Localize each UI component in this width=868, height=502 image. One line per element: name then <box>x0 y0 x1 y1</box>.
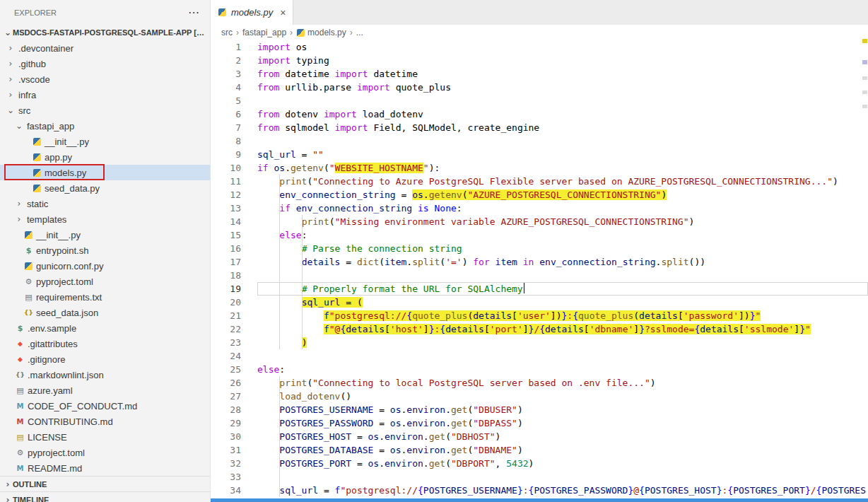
tree-item-fastapi_app[interactable]: ⌄fastapi_app <box>0 118 210 134</box>
line-content: from datetime import datetime <box>257 67 868 81</box>
code-line[interactable]: 30 POSTGRES_HOST = os.environ.get("DBHOS… <box>211 430 868 443</box>
code-line[interactable]: 6from dotenv import load_dotenv <box>211 107 868 121</box>
chevron-right-icon[interactable]: › <box>14 214 24 224</box>
code-line[interactable]: 8 <box>211 134 868 148</box>
line-content: env_connection_string = os.getenv("AZURE… <box>257 188 868 202</box>
tree-item-src[interactable]: ⌄src <box>0 103 210 118</box>
workspace-root[interactable]: ⌄ MSDOCS-FASTAPI-POSTGRESQL-SAMPLE-APP [… <box>0 25 210 40</box>
code-line[interactable]: 28 POSTGRES_USERNAME = os.environ.get("D… <box>211 403 868 416</box>
breadcrumb-item[interactable]: src <box>221 28 233 37</box>
code-line[interactable]: 2import typing <box>211 54 868 67</box>
code-line[interactable]: 10if os.getenv("WEBSITE_HOSTNAME"): <box>211 161 868 175</box>
code-line[interactable]: 27 load_dotenv() <box>211 390 868 403</box>
line-number: 28 <box>211 403 257 416</box>
tree-item-label: CODE_OF_CONDUCT.md <box>28 401 137 411</box>
code-editor[interactable]: 1import os2import typing3from datetime i… <box>211 40 868 502</box>
code-line[interactable]: 23 ) <box>211 336 868 349</box>
code-line[interactable]: 1import os <box>211 40 868 54</box>
code-line[interactable]: 26 print("Connecting to local PostgreSQL… <box>211 376 868 390</box>
tree-item-LICENSE[interactable]: ▤LICENSE <box>0 429 210 445</box>
chevron-right-icon[interactable]: › <box>6 43 16 53</box>
code-line[interactable]: 3from datetime import datetime <box>211 67 868 81</box>
line-number: 32 <box>211 457 257 470</box>
horizontal-scrollbar[interactable] <box>211 498 868 502</box>
code-line[interactable]: 34 sql_url = f"postgresql://{POSTGRES_US… <box>211 484 868 497</box>
code-line[interactable]: 7from sqlmodel import Field, SQLModel, c… <box>211 121 868 134</box>
python-file-icon <box>33 153 41 161</box>
tree-item-.markdownlint.json[interactable]: {}.markdownlint.json <box>0 367 210 383</box>
code-line[interactable]: 20 sql_url = ( <box>211 296 868 309</box>
code-line[interactable]: 21 f"postgresql://{quote_plus(details['u… <box>211 309 868 322</box>
chevron-right-icon[interactable]: › <box>6 59 16 69</box>
code-line[interactable]: 14 print("Missing environment variable A… <box>211 215 868 228</box>
code-line[interactable]: 19 # Properly format the URL for SQLAlch… <box>211 282 868 296</box>
code-line[interactable]: 22 f"@{details['host']}:{details['port']… <box>211 322 868 336</box>
tree-item-__init__.py[interactable]: __init__.py <box>0 227 210 243</box>
tree-item-seed_data.py[interactable]: seed_data.py <box>0 180 210 196</box>
tree-item-.gitattributes[interactable]: ◆.gitattributes <box>0 336 210 351</box>
code-line[interactable]: 33 <box>211 470 868 484</box>
breadcrumb-item[interactable]: models.py <box>307 28 346 37</box>
outline-section-header[interactable]: › OUTLINE <box>0 476 210 491</box>
close-icon[interactable]: × <box>280 7 286 18</box>
tree-item-requirements.txt[interactable]: ▤requirements.txt <box>0 289 210 305</box>
explorer-sidebar: EXPLORER ⋯ ⌄ MSDOCS-FASTAPI-POSTGRESQL-S… <box>0 0 211 502</box>
tab-models-py[interactable]: models.py × <box>211 0 293 25</box>
tree-item-azure.yaml[interactable]: ▤azure.yaml <box>0 383 210 398</box>
tree-item-label: .devcontainer <box>18 43 74 54</box>
tree-item-templates[interactable]: ›templates <box>0 211 210 227</box>
code-line[interactable]: 9sql_url = "" <box>211 148 868 161</box>
code-line[interactable]: 12 env_connection_string = os.getenv("AZ… <box>211 188 868 202</box>
line-number: 21 <box>211 309 257 322</box>
code-line[interactable]: 16 # Parse the connection string <box>211 242 868 255</box>
code-line[interactable]: 5 <box>211 94 868 107</box>
code-line[interactable]: 13 if env_connection_string is None: <box>211 202 868 215</box>
chevron-right-icon[interactable]: › <box>6 90 16 100</box>
code-line[interactable]: 18 <box>211 269 868 282</box>
chevron-right-icon[interactable]: › <box>14 199 24 209</box>
tree-item-.env.sample[interactable]: $.env.sample <box>0 320 210 336</box>
line-content: if os.getenv("WEBSITE_HOSTNAME"): <box>257 161 868 175</box>
code-line[interactable]: 31 POSTGRES_DATABASE = os.environ.get("D… <box>211 443 868 457</box>
tree-item-__init__.py[interactable]: __init__.py <box>0 134 210 149</box>
code-line[interactable]: 25else: <box>211 363 868 376</box>
tree-item-static[interactable]: ›static <box>0 196 210 211</box>
code-line[interactable]: 24 <box>211 349 868 363</box>
tree-item-infra[interactable]: ›infra <box>0 87 210 103</box>
chevron-right-icon[interactable]: › <box>6 74 16 84</box>
breadcrumb-item[interactable]: ... <box>356 28 363 37</box>
code-line[interactable]: 11 print("Connecting to Azure PostgreSQL… <box>211 175 868 188</box>
tree-item-pyproject.toml[interactable]: ⚙pyproject.toml <box>0 445 210 460</box>
chevron-right-icon: › <box>3 495 13 502</box>
line-content: f"postgresql://{quote_plus(details['user… <box>257 309 868 322</box>
tree-item-models.py[interactable]: models.py <box>0 165 210 180</box>
code-line[interactable]: 17 details = dict(item.split('=') for it… <box>211 255 868 269</box>
chevron-down-icon[interactable]: ⌄ <box>14 121 24 131</box>
tree-item-gunicorn.conf.py[interactable]: gunicorn.conf.py <box>0 258 210 274</box>
tree-item-pyproject.toml[interactable]: ⚙pyproject.toml <box>0 274 210 289</box>
tree-item-CONTRIBUTING.md[interactable]: MCONTRIBUTING.md <box>0 414 210 429</box>
tree-item-seed_data.json[interactable]: {}seed_data.json <box>0 305 210 320</box>
license-file-icon: ▤ <box>16 433 25 442</box>
code-line[interactable]: 4from urllib.parse import quote_plus <box>211 81 868 94</box>
tree-item-label: infra <box>18 90 36 100</box>
code-line[interactable]: 29 POSTGRES_PASSWORD = os.environ.get("D… <box>211 416 868 430</box>
tree-item-.vscode[interactable]: ›.vscode <box>0 71 210 87</box>
more-actions-icon[interactable]: ⋯ <box>188 6 200 19</box>
code-line[interactable]: 32 POSTGRES_PORT = os.environ.get("DBPOR… <box>211 457 868 470</box>
tree-item-entrypoint.sh[interactable]: $entrypoint.sh <box>0 243 210 258</box>
chevron-down-icon[interactable]: ⌄ <box>6 105 16 115</box>
tree-item-.gitignore[interactable]: ◆.gitignore <box>0 351 210 367</box>
tree-item-.devcontainer[interactable]: ›.devcontainer <box>0 40 210 56</box>
tree-item-CODE_OF_CONDUCT.md[interactable]: MCODE_OF_CONDUCT.md <box>0 398 210 414</box>
tree-item-README.md[interactable]: MREADME.md <box>0 460 210 476</box>
tree-item-.github[interactable]: ›.github <box>0 56 210 71</box>
line-content: print("Connecting to local PostgreSQL se… <box>257 376 868 390</box>
line-content: POSTGRES_HOST = os.environ.get("DBHOST") <box>257 430 868 443</box>
timeline-section-header[interactable]: › TIMELINE <box>0 491 210 502</box>
line-number: 27 <box>211 390 257 403</box>
code-line[interactable]: 15 else: <box>211 228 868 242</box>
line-content: from sqlmodel import Field, SQLModel, cr… <box>257 121 868 134</box>
tree-item-app.py[interactable]: app.py <box>0 149 210 165</box>
breadcrumb-item[interactable]: fastapi_app <box>242 28 286 37</box>
